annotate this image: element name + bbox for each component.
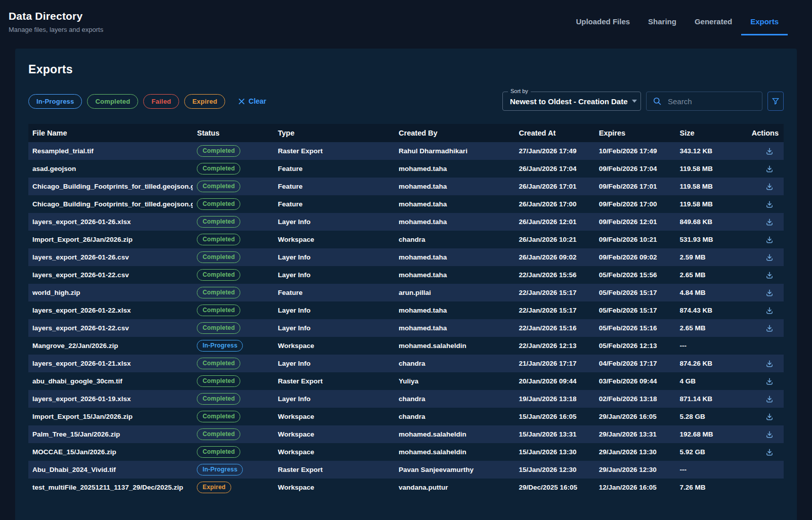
clear-filters-button[interactable]: Clear [235,97,269,106]
download-button[interactable] [764,199,775,209]
cell-expires: 09/Feb/2026 10:21 [595,236,676,243]
cell-size: 4 GB [675,377,738,385]
cell-expires: 09/Feb/2026 17:01 [595,183,676,190]
cell-created-by: mohamed.taha [395,218,515,226]
download-button[interactable] [764,288,775,298]
download-icon [765,271,774,279]
filter-button[interactable] [767,92,784,111]
panel-title: Exports [28,63,784,76]
cell-created-at: 22/Jan/2026 15:17 [515,307,594,314]
cell-created-at: 21/Jan/2026 17:17 [515,360,594,367]
download-button[interactable] [764,359,775,369]
cell-created-by: mohamed.taha [395,165,515,172]
top-header: Data Directory Manage files, layers and … [0,0,812,45]
cell-created-at: 15/Jan/2026 16:05 [515,413,594,420]
cell-created-at: 15/Jan/2026 13:31 [515,430,594,438]
cell-expires: 03/Feb/2026 09:44 [595,377,676,385]
cell-expires: 10/Feb/2026 17:49 [595,147,676,155]
table-row: Import_Export_26/Jan/2026.zip Completed … [28,231,784,248]
cell-status: Completed [193,411,274,422]
status-filter-chips: In-Progress Completed Failed Expired Cle… [28,94,269,109]
table-row: layers_export_2026-01-21.xlsx Completed … [28,355,784,372]
table-row: layers_export_2026-01-26.csv Completed L… [28,248,784,266]
filter-chip-failed[interactable]: Failed [143,94,179,109]
download-button[interactable] [764,235,775,245]
filter-chip-completed[interactable]: Completed [87,94,138,109]
table-row: layers_export_2026-01-22.xlsx Completed … [28,301,784,319]
download-button[interactable] [764,429,775,440]
download-icon [765,448,774,456]
download-button[interactable] [764,447,775,457]
table-row: abu_dhabi_google_30cm.tif Completed Rast… [28,372,784,390]
cell-type: Raster Export [274,377,395,385]
cell-file-name: Chicago_Building_Footprints_for_tilled.g… [28,183,193,190]
cell-file-name: test_multiFile_20251211_1137_29/Dec/2025… [28,484,193,491]
cell-status: Completed [193,251,274,263]
cell-type: Raster Export [274,466,395,473]
download-button[interactable] [764,412,775,422]
cell-file-name: Palm_Tree_15/Jan/2026.zip [28,430,193,438]
cell-type: Layer Info [274,271,395,279]
download-button[interactable] [764,164,775,174]
cell-status: Completed [193,163,274,175]
cell-created-at: 27/Jan/2026 17:49 [515,147,594,155]
download-button[interactable] [764,323,775,333]
status-badge: Completed [197,411,240,422]
column-header-size: Size [675,129,738,137]
download-button[interactable] [764,252,775,263]
column-header-actions: Actions [738,129,784,137]
cell-file-name: layers_export_2026-01-26.csv [28,253,193,261]
cell-status: In-Progress [193,340,274,352]
cell-size: 874.26 KB [675,360,738,367]
tab-uploaded-files[interactable]: Uploaded Files [567,14,639,35]
cell-created-by: Yuliya [395,377,515,385]
download-button[interactable] [764,182,775,192]
cell-actions [738,394,784,404]
status-badge: In-Progress [197,340,243,352]
download-button[interactable] [764,394,775,404]
cell-expires: 09/Feb/2026 12:01 [595,218,676,226]
status-badge: Completed [197,446,240,458]
download-button[interactable] [764,306,775,316]
cell-created-at: 29/Dec/2025 16:05 [515,484,594,491]
cell-actions [738,146,784,156]
sort-dropdown[interactable]: Sort by Newest to Oldest - Creation Date [502,92,641,111]
tab-exports[interactable]: Exports [741,14,788,35]
cell-created-by: vandana.puttur [395,484,515,491]
tab-sharing[interactable]: Sharing [639,14,686,35]
cell-actions [738,252,784,263]
download-button[interactable] [764,217,775,227]
cell-type: Workspace [274,236,395,243]
cell-status: Completed [193,322,274,334]
cell-type: Layer Info [274,360,395,367]
download-icon [765,200,774,208]
cell-created-by: mohamed.salaheldin [395,430,515,438]
download-icon [765,377,774,385]
exports-panel: Exports In-Progress Completed Failed Exp… [15,49,797,520]
cell-type: Workspace [274,448,395,456]
cell-status: Completed [193,358,274,369]
toolbar: In-Progress Completed Failed Expired Cle… [28,92,784,111]
download-button[interactable] [764,376,775,386]
cell-created-by: chandra [395,395,515,403]
search-icon [653,97,662,106]
table-row: Chicago_Building_Footprints_for_tilled.g… [28,178,784,195]
download-icon [765,183,774,191]
toolbar-controls: Sort by Newest to Oldest - Creation Date [502,92,784,111]
funnel-icon [771,97,780,106]
filter-chip-expired[interactable]: Expired [184,94,225,109]
tab-generated[interactable]: Generated [686,14,741,35]
download-button[interactable] [764,146,775,156]
cell-file-name: layers_export_2026-01-22.csv [28,271,193,279]
search-input[interactable] [667,97,756,106]
download-icon [765,236,774,244]
cell-created-by: arun.pillai [395,289,515,296]
filter-chip-in-progress[interactable]: In-Progress [28,94,82,109]
cell-actions [738,288,784,298]
download-button[interactable] [764,270,775,280]
cell-type: Layer Info [274,218,395,226]
cell-created-by: mohamed.taha [395,324,515,332]
cell-file-name: world_high.zip [28,289,193,296]
cell-status: Completed [193,305,274,316]
cell-file-name: Resampled_trial.tif [28,147,193,155]
